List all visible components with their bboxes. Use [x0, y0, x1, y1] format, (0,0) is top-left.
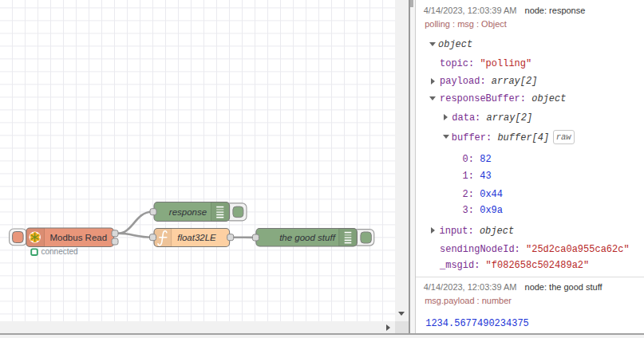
svg-text:response: response [169, 207, 207, 217]
svg-text:connected: connected [41, 247, 78, 256]
svg-text:the good stuff: the good stuff [279, 233, 336, 242]
svg-text:float32LE: float32LE [177, 233, 216, 242]
svg-text:Modbus Read: Modbus Read [49, 233, 107, 242]
